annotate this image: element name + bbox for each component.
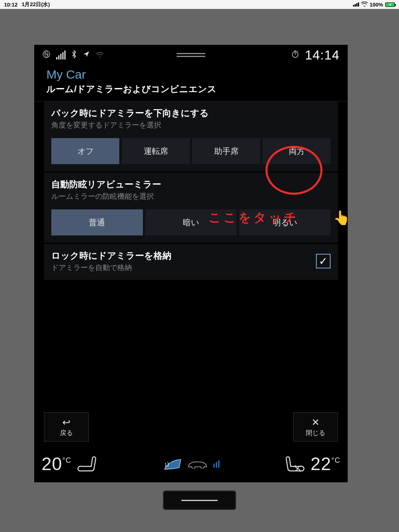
page-header: My Car ルーム/ドアミラーおよびコンビニエンス xyxy=(34,65,348,101)
section-title: ルーム/ドアミラーおよびコンビニエンス xyxy=(46,83,335,95)
option-normal[interactable]: 普通 xyxy=(51,209,143,235)
temp-right[interactable]: 22°C xyxy=(311,454,340,474)
home-button[interactable] xyxy=(163,490,236,510)
annotation-text: ここをタッチ xyxy=(208,209,299,226)
wifi-icon xyxy=(361,2,368,8)
car-infotainment-screen: 14:14 My Car ルーム/ドアミラーおよびコンビニエンス バック時にドア… xyxy=(34,45,348,482)
seat-left-icon[interactable] xyxy=(77,455,99,473)
option-label: 助手席 xyxy=(214,146,239,157)
app-title: My Car xyxy=(46,68,335,81)
clock-time: 14:14 xyxy=(305,48,340,63)
unit-status-bar: 14:14 xyxy=(34,45,348,65)
setting-subtitle: 角度を変更するドアミラーを選択 xyxy=(51,120,331,130)
signal-icon xyxy=(56,51,66,59)
defrost-icon xyxy=(163,457,182,471)
ipad-time: 10:12 xyxy=(4,2,18,8)
home-line-icon xyxy=(181,500,218,501)
option-passenger[interactable]: 助手席 xyxy=(192,138,260,164)
climate-bar: 20°C 22°C xyxy=(34,446,348,482)
setting-subtitle: ドアミラーを自動で格納 xyxy=(51,263,316,273)
ipad-status-bar: 10:12 1月22日(水) 100% ⚡︎ xyxy=(0,0,399,9)
back-button[interactable]: ↩ 戻る xyxy=(44,412,89,442)
back-arrow-icon: ↩ xyxy=(62,417,70,428)
option-label: 普通 xyxy=(89,217,105,228)
close-label: 閉じる xyxy=(306,429,325,437)
back-label: 戻る xyxy=(60,429,73,437)
wifi-dim-icon xyxy=(96,51,104,59)
pointing-hand-icon: 👆 xyxy=(333,209,350,226)
annotation-circle xyxy=(265,146,322,195)
setting-title: バック時にドアミラーを下向きにする xyxy=(51,107,331,119)
globe-off-icon xyxy=(42,50,50,60)
battery-percent: 100% xyxy=(370,2,383,8)
climate-center-button[interactable] xyxy=(105,457,277,471)
close-icon: ✕ xyxy=(311,417,320,428)
temp-value: 20 xyxy=(42,454,62,474)
seat-right-icon[interactable] xyxy=(283,455,305,473)
option-label: 暗い xyxy=(183,217,199,228)
ipad-date: 1月22日(水) xyxy=(22,1,50,8)
option-driver[interactable]: 運転席 xyxy=(122,138,190,164)
temp-value: 22 xyxy=(311,454,331,474)
battery-icon: ⚡︎ xyxy=(385,2,395,7)
timer-icon xyxy=(291,50,299,60)
deg-label: °C xyxy=(62,456,71,465)
deg-label: °C xyxy=(331,456,340,465)
temp-left[interactable]: 20°C xyxy=(42,454,71,474)
bluetooth-icon xyxy=(71,50,77,60)
checkbox-fold-on-lock[interactable]: ✓ xyxy=(316,254,331,268)
cellular-signal-icon xyxy=(353,2,359,7)
option-label: オフ xyxy=(77,146,94,157)
setting-group-fold-on-lock[interactable]: ロック時にドアミラーを格納 ドアミラーを自動で格納 ✓ xyxy=(44,243,338,280)
car-outline-icon xyxy=(187,459,208,468)
option-off[interactable]: オフ xyxy=(51,138,119,164)
drag-handle-icon[interactable] xyxy=(177,53,205,57)
close-button[interactable]: ✕ 閉じる xyxy=(293,412,338,442)
fan-level-icon xyxy=(213,460,219,468)
setting-title: ロック時にドアミラーを格納 xyxy=(51,250,316,262)
location-icon xyxy=(83,51,90,60)
option-label: 運転席 xyxy=(144,146,168,157)
